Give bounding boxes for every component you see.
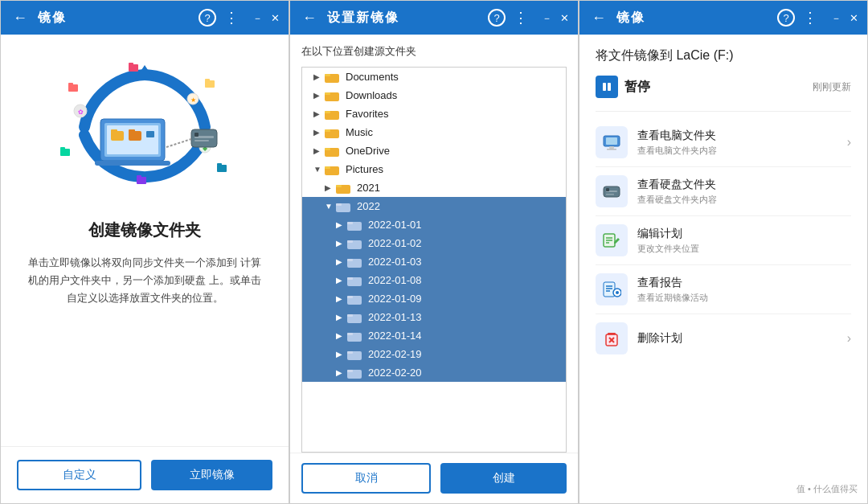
action-subtitle: 查看电脑文件夹内容 (637, 145, 847, 157)
titlebar-left-3: ← 镜像 (588, 6, 645, 29)
tree-item[interactable]: ▶ 2021 (302, 178, 566, 197)
panel-2-body: 在以下位置创建源文件夹 ▶ Documents▶ Downloads▶ Favo… (290, 35, 578, 453)
folder-icon (347, 293, 362, 305)
svg-rect-45 (325, 166, 330, 169)
svg-rect-25 (60, 149, 70, 156)
minimize-button-3[interactable]: － (830, 12, 841, 23)
action-title: 删除计划 (637, 331, 847, 346)
menu-button-3[interactable]: ⋮ (803, 9, 816, 27)
tree-arrow-icon: ▶ (313, 109, 325, 118)
svg-rect-35 (325, 74, 330, 76)
close-button-3[interactable]: ✕ (848, 12, 859, 23)
tree-arrow-icon: ▶ (336, 220, 347, 229)
svg-rect-23 (205, 80, 215, 88)
svg-rect-9 (146, 131, 154, 137)
tree-arrow-icon: ▶ (313, 91, 325, 100)
tree-arrow-icon: ▶ (325, 183, 336, 192)
tree-item-label: 2022-01-14 (368, 330, 422, 342)
menu-button-2[interactable]: ⋮ (514, 9, 526, 27)
svg-rect-8 (129, 129, 135, 133)
actions-list: 查看电脑文件夹查看电脑文件夹内容›查看硬盘文件夹查看硬盘文件夹内容编辑计划更改文… (596, 118, 851, 363)
tree-arrow-icon: ▶ (313, 72, 325, 81)
svg-rect-49 (336, 203, 342, 206)
back-button-3[interactable]: ← (588, 6, 610, 29)
svg-rect-43 (325, 148, 330, 150)
action-subtitle: 查看硬盘文件夹内容 (637, 194, 851, 206)
menu-button-1[interactable]: ⋮ (224, 9, 237, 27)
titlebar-3: ← 镜像 ? ⋮ － ✕ (579, 1, 867, 35)
close-button-2[interactable]: ✕ (559, 12, 570, 23)
tree-item[interactable]: ▶ OneDrive (302, 141, 566, 160)
tree-item[interactable]: ▼ Pictures (302, 160, 566, 178)
action-item-2[interactable]: 编辑计划更改文件夹位置 (596, 216, 851, 265)
tree-arrow-icon: ▶ (336, 276, 347, 285)
svg-rect-55 (347, 259, 353, 261)
action-icon-delete (596, 322, 628, 354)
svg-rect-22 (68, 83, 73, 85)
svg-point-87 (616, 291, 619, 294)
action-icon-edit (596, 224, 628, 256)
action-item-1[interactable]: 查看硬盘文件夹查看硬盘文件夹内容 (596, 167, 851, 216)
tree-item-label: 2022-01-02 (368, 237, 422, 249)
tree-item-label: Pictures (346, 163, 383, 175)
tree-item[interactable]: ▶ Documents (302, 68, 566, 86)
action-icon-report (596, 273, 628, 305)
tree-item[interactable]: ▶ 2022-01-01 (302, 215, 566, 234)
create-button[interactable]: 创建 (440, 463, 567, 494)
tree-item[interactable]: ▶ 2022-01-08 (302, 271, 566, 289)
panel-3-body: 将文件镜像到 LaCie (F:) 暂停 刚刚更新 查看电脑文件夹查看电脑文件夹… (579, 35, 867, 503)
tree-item[interactable]: ▶ Favorites (302, 104, 566, 123)
svg-rect-91 (608, 333, 616, 335)
action-subtitle: 更改文件夹位置 (637, 243, 851, 255)
svg-text:★: ★ (190, 96, 196, 104)
tree-item[interactable]: ▼ 2022 (302, 197, 566, 215)
tree-item-label: 2022-02-19 (368, 348, 422, 360)
tree-item[interactable]: ▶ 2022-01-14 (302, 326, 566, 345)
mirror-now-button[interactable]: 立即镜像 (151, 460, 272, 490)
pause-button[interactable]: 暂停 (596, 76, 650, 98)
action-item-4[interactable]: 删除计划› (596, 314, 851, 363)
pause-bar: 暂停 刚刚更新 (596, 76, 851, 98)
illustration: ✿ ★ ◆ (56, 59, 233, 203)
folder-icon (325, 90, 339, 101)
tree-item-label: 2021 (357, 182, 380, 194)
action-item-3[interactable]: 查看报告查看近期镜像活动 (596, 265, 851, 314)
mirror-target-title: 将文件镜像到 LaCie (F:) (596, 47, 851, 64)
action-texts: 编辑计划更改文件夹位置 (637, 227, 851, 255)
chevron-right-icon: › (847, 135, 851, 150)
customize-button[interactable]: 自定义 (17, 460, 141, 490)
pause-label: 暂停 (624, 79, 650, 96)
tree-item[interactable]: ▶ 2022-02-20 (302, 363, 566, 382)
svg-rect-32 (137, 175, 141, 178)
file-tree[interactable]: ▶ Documents▶ Downloads▶ Favorites▶ Music… (301, 67, 567, 453)
chevron-right-icon: › (847, 331, 851, 346)
svg-rect-73 (607, 149, 616, 150)
tree-item-label: 2022-01-03 (368, 256, 422, 268)
cancel-button[interactable]: 取消 (301, 463, 431, 494)
minimize-button-1[interactable]: － (252, 12, 263, 23)
tree-item-label: 2022-01-09 (368, 293, 422, 305)
tree-item[interactable]: ▶ Music (302, 123, 566, 141)
back-button-1[interactable]: ← (9, 6, 31, 29)
close-button-1[interactable]: ✕ (269, 12, 280, 23)
tree-item[interactable]: ▶ 2022-02-19 (302, 345, 566, 363)
svg-rect-39 (325, 111, 330, 113)
action-texts: 查看报告查看近期镜像活动 (637, 276, 851, 304)
tree-item[interactable]: ▶ 2022-01-13 (302, 308, 566, 326)
tree-arrow-icon: ▶ (336, 331, 347, 340)
tree-item[interactable]: ▶ 2022-01-03 (302, 252, 566, 271)
back-button-2[interactable]: ← (298, 6, 321, 29)
action-item-0[interactable]: 查看电脑文件夹查看电脑文件夹内容› (596, 118, 851, 167)
help-button-3[interactable]: ? (777, 9, 795, 27)
tree-item[interactable]: ▶ Downloads (302, 86, 566, 104)
tree-item[interactable]: ▶ 2022-01-02 (302, 234, 566, 252)
folder-icon (347, 275, 362, 286)
minimize-button-2[interactable]: － (541, 12, 552, 23)
tree-item-label: Documents (346, 71, 399, 83)
svg-text:✿: ✿ (78, 109, 84, 116)
action-texts: 删除计划 (637, 331, 847, 346)
help-button-2[interactable]: ? (488, 9, 506, 27)
help-button-1[interactable]: ? (199, 9, 216, 27)
tree-item[interactable]: ▶ 2022-01-09 (302, 289, 566, 308)
svg-rect-6 (111, 129, 117, 133)
